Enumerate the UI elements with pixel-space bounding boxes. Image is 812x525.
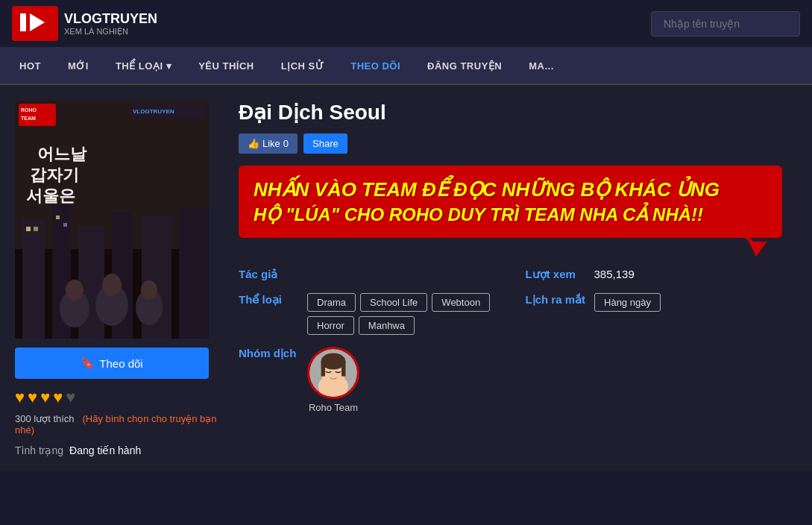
luot-xem-label: Lượt xem <box>526 268 585 281</box>
lich-ra-mat-value: Hàng ngày <box>594 293 661 312</box>
svg-rect-29 <box>15 100 209 339</box>
svg-marker-31 <box>749 242 767 257</box>
translator-wrap[interactable]: Roho Team <box>307 347 359 413</box>
star-4[interactable]: ♥ <box>53 388 63 407</box>
manga-title: Đại Dịch Seoul <box>239 100 782 125</box>
nav-theo-doi[interactable]: THEO DÕI <box>337 48 414 84</box>
translator-avatar[interactable] <box>307 347 359 399</box>
genre-manhwa[interactable]: Manhwa <box>359 316 415 335</box>
luot-xem-value: 385,139 <box>594 268 635 280</box>
nav-more[interactable]: MA... <box>515 48 567 84</box>
follow-label: Theo dõi <box>99 357 142 370</box>
svg-rect-37 <box>342 362 345 377</box>
nav-dang-truyen[interactable]: ĐĂNG TRUYỆN <box>414 48 515 84</box>
promo-arrow <box>715 208 775 260</box>
nav-yeu-thich[interactable]: YÊU THÍCH <box>185 48 268 84</box>
logo-area: VLOGTRUYEN XEM LÀ NGHIỆN <box>12 6 157 41</box>
nav-hot[interactable]: HOT <box>6 48 54 84</box>
share-button[interactable]: Share <box>303 133 347 154</box>
the-loai-label: Thể loại <box>239 293 298 306</box>
follow-button[interactable]: 🔖 Theo dõi <box>15 348 209 379</box>
content-area: 어느날 갑자기 서울은 ROHO TEAM VLOGTRUYEN 🔖 Theo … <box>0 85 812 471</box>
tac-gia-label: Tác giả <box>239 268 298 281</box>
stars-row: ♥ ♥ ♥ ♥ ♥ <box>15 388 224 407</box>
avatar-image <box>309 347 357 399</box>
genre-drama[interactable]: Drama <box>307 293 356 312</box>
search-input[interactable] <box>651 11 800 37</box>
star-1[interactable]: ♥ <box>15 388 25 407</box>
promo-banner: NHẤN VÀO TEAM ĐỂ ĐỌC NHỮNG BỘ KHÁC ỦNG H… <box>239 166 782 238</box>
svg-point-34 <box>318 374 348 399</box>
logo-main-text: VLOGTRUYEN <box>64 11 157 27</box>
like-label: Like <box>262 138 280 149</box>
right-panel: Đại Dịch Seoul 👍 Like 0 Share NHẤN VÀO T… <box>224 100 797 456</box>
translator-name: Roho Team <box>309 402 358 413</box>
promo-line2: HỘ "LÚA" CHO ROHO DUY TRÌ TEAM NHA CẢ NH… <box>254 203 767 226</box>
likes-count-row: 300 lượt thích (Hãy bình chọn cho truyện… <box>15 413 224 436</box>
genre-school-life[interactable]: School Life <box>360 293 427 312</box>
info-grid: Tác giả Lượt xem 385,139 Thể loại Drama … <box>239 268 782 413</box>
luot-xem-row: Lượt xem 385,139 <box>526 268 783 281</box>
thumbsup-icon: 👍 <box>248 138 259 149</box>
cover-image: 어느날 갑자기 서울은 ROHO TEAM VLOGTRUYEN <box>15 100 209 339</box>
bookmark-icon: 🔖 <box>81 356 95 370</box>
top-header: VLOGTRUYEN XEM LÀ NGHIỆN <box>0 0 812 48</box>
like-button[interactable]: 👍 Like 0 <box>239 133 298 154</box>
promo-line1: NHẤN VÀO TEAM ĐỂ ĐỌC NHỮNG BỘ KHÁC ỦNG <box>254 177 767 203</box>
genre-webtoon[interactable]: Webtoon <box>432 293 490 312</box>
nhom-dich-label: Nhóm dịch <box>239 347 298 360</box>
star-2[interactable]: ♥ <box>28 388 37 407</box>
nav-moi[interactable]: MỚI <box>54 48 102 84</box>
nhom-dich-row: Nhóm dịch <box>239 347 496 413</box>
genre-horror[interactable]: Horror <box>307 316 354 335</box>
svg-rect-2 <box>20 13 26 31</box>
star-5[interactable]: ♥ <box>66 388 75 407</box>
left-panel: 어느날 갑자기 서울은 ROHO TEAM VLOGTRUYEN 🔖 Theo … <box>15 100 224 456</box>
logo-sub-text: XEM LÀ NGHIỆN <box>64 27 157 37</box>
logo-text-group: VLOGTRUYEN XEM LÀ NGHIỆN <box>64 11 157 37</box>
tinh-trang-label: Tình trạng <box>15 444 63 456</box>
nav-the-loai[interactable]: THỂ LOẠI ▾ <box>102 48 185 84</box>
tac-gia-row: Tác giả <box>239 268 496 281</box>
star-3[interactable]: ♥ <box>40 388 50 407</box>
genre-tags: Drama School Life Webtoon Horror Manhwa <box>307 293 496 335</box>
likes-count: 300 lượt thích <box>15 413 75 424</box>
nav-bar: HOT MỚI THỂ LOẠI ▾ YÊU THÍCH LỊCH SỬ THE… <box>0 48 812 85</box>
lich-ra-mat-label: Lịch ra mắt <box>526 293 586 306</box>
like-count: 0 <box>283 138 289 149</box>
tinh-trang-value: Đang tiến hành <box>69 444 141 456</box>
the-loai-row: Thể loại Drama School Life Webtoon Horro… <box>239 293 496 335</box>
status-row: Tình trạng Đang tiến hành <box>15 444 224 456</box>
logo-icon <box>12 6 58 41</box>
nav-lich-su[interactable]: LỊCH SỬ <box>268 48 338 84</box>
nhom-dich-container: Roho Team <box>307 347 359 413</box>
lich-ra-mat-row: Lịch ra mắt Hàng ngày <box>526 293 783 335</box>
social-row: 👍 Like 0 Share <box>239 133 782 154</box>
svg-rect-36 <box>321 362 325 377</box>
